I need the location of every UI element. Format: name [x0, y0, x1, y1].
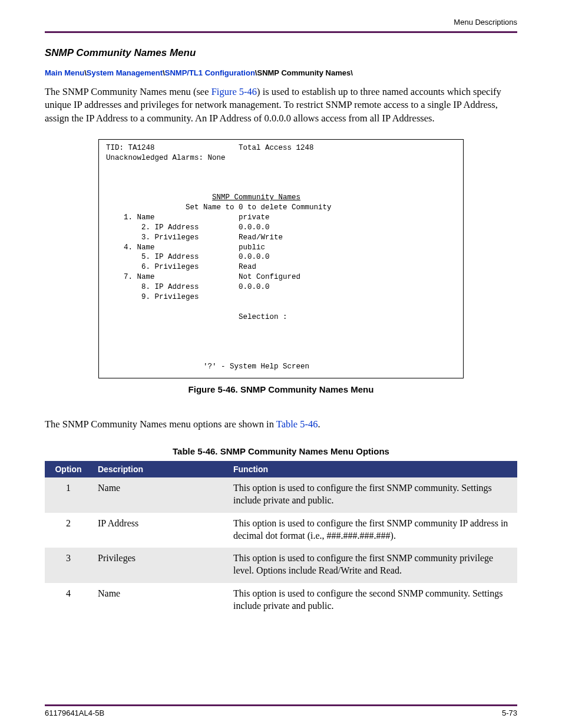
cell-option: 3 — [45, 548, 92, 583]
cell-description: Name — [92, 477, 227, 513]
cell-description: IP Address — [92, 513, 227, 548]
breadcrumb-link-main[interactable]: Main Menu — [45, 68, 84, 77]
breadcrumb-tail: SNMP Community Names\ — [257, 68, 352, 77]
cell-function: This option is used to configure the fir… — [227, 513, 517, 548]
footer-pagenum: 5-73 — [502, 709, 517, 717]
table-xref[interactable]: Table 5-46 — [276, 419, 318, 430]
col-option: Option — [45, 461, 92, 477]
table-caption: Table 5-46. SNMP Community Names Menu Op… — [45, 446, 517, 456]
cell-option: 4 — [45, 583, 92, 618]
header-section-label: Menu Descriptions — [45, 18, 517, 27]
section-title: SNMP Community Names Menu — [45, 47, 517, 59]
figure-caption: Figure 5-46. SNMP Community Names Menu — [45, 384, 517, 394]
cell-function: This option is used to configure the sec… — [227, 583, 517, 618]
intro-paragraph: The SNMP Community Names menu (see Figur… — [45, 85, 517, 125]
table-row: 3PrivilegesThis option is used to config… — [45, 548, 517, 583]
cell-function: This option is used to configure the fir… — [227, 477, 517, 513]
breadcrumb-link-sysman[interactable]: System Management — [87, 68, 163, 77]
breadcrumb-link-snmp[interactable]: SNMP/TL1 Configuration — [165, 68, 255, 77]
options-table: Option Description Function 1NameThis op… — [45, 461, 517, 618]
col-function: Function — [227, 461, 517, 477]
table-row: 1NameThis option is used to configure th… — [45, 477, 517, 513]
top-rule — [45, 31, 517, 33]
cell-description: Privileges — [92, 548, 227, 583]
cell-description: Name — [92, 583, 227, 618]
cell-option: 1 — [45, 477, 92, 513]
breadcrumb: Main Menu\System Management\SNMP/TL1 Con… — [45, 68, 517, 77]
figure-xref[interactable]: Figure 5-46 — [211, 86, 257, 97]
footer-docnum: 61179641AL4-5B — [45, 709, 104, 717]
col-description: Description — [92, 461, 227, 477]
cell-function: This option is used to configure the fir… — [227, 548, 517, 583]
page-footer: 61179641AL4-5B 5-73 — [45, 704, 517, 717]
table-row: 4NameThis option is used to configure th… — [45, 583, 517, 618]
options-intro-paragraph: The SNMP Community Names menu options ar… — [45, 418, 517, 431]
cell-option: 2 — [45, 513, 92, 548]
terminal-screen: TID: TA1248 Total Access 1248 Unacknowle… — [98, 139, 464, 378]
table-row: 2IP AddressThis option is used to config… — [45, 513, 517, 548]
bottom-rule — [45, 704, 517, 706]
